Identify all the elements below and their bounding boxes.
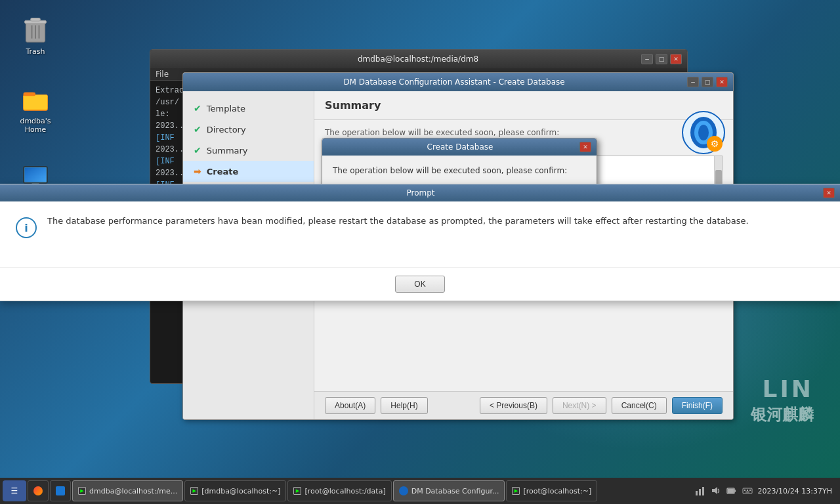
start-button[interactable]: ☰ [3, 480, 26, 501]
trash-icon [20, 13, 51, 45]
sidebar-item-directory[interactable]: ✔ Directory [183, 119, 314, 140]
dm-close-btn[interactable]: ✕ [716, 77, 728, 87]
terminal-minimize-btn[interactable]: − [641, 54, 653, 64]
tray-volume-icon[interactable] [710, 485, 722, 497]
about-button[interactable]: About(A) [325, 397, 375, 414]
svg-rect-32 [747, 490, 748, 491]
svg-rect-34 [746, 492, 749, 493]
create-db-title: Create Database [341, 142, 579, 152]
sidebar-item-template[interactable]: ✔ Template [183, 98, 314, 119]
taskbar-dm-config-btn[interactable]: DM Database Configur... [393, 480, 505, 501]
taskbar: ☰ ▶ dmdba@localhost:/me... ▶ [dmdba@loca… [0, 478, 840, 504]
dm-footer-left: About(A) Help(H) [325, 397, 428, 414]
desktop: Trash dmdba's Home [0, 0, 840, 504]
tray-keyboard-icon[interactable] [742, 485, 753, 497]
svg-rect-33 [749, 490, 751, 491]
tray-battery-icon[interactable] [726, 485, 738, 497]
taskbar-dm-config-label: DM Database Configur... [411, 487, 499, 495]
sidebar-item-summary[interactable]: ✔ Summary [183, 140, 314, 161]
terminal-titlebar: dmdba@localhost:/media/dm8 − □ ✕ [150, 50, 687, 68]
create-db-desc: The operation below will be executed soo… [333, 165, 586, 177]
dm-config-title: DM Database Configuration Assistant - Cr… [221, 77, 687, 87]
svg-rect-31 [744, 490, 746, 491]
svg-rect-9 [24, 93, 35, 96]
dm-config-controls: − □ ✕ [687, 77, 728, 87]
trash-icon-label: Trash [26, 47, 45, 56]
dm-minimize-btn[interactable]: − [687, 77, 699, 87]
tray-network-icon[interactable] [694, 485, 706, 497]
check-icon-directory: ✔ [194, 124, 201, 135]
svg-text:⚙: ⚙ [711, 138, 719, 149]
terminal-title: dmdba@localhost:/media/dm8 [195, 54, 641, 64]
svg-rect-24 [699, 489, 701, 495]
cancel-button[interactable]: Cancel(C) [612, 397, 667, 414]
svg-rect-28 [734, 490, 736, 492]
svg-point-18 [698, 125, 709, 140]
arrow-icon-create: ➡ [194, 166, 201, 177]
finish-button[interactable]: Finish(F) [672, 397, 723, 414]
taskbar-files-btn[interactable] [50, 480, 71, 501]
taskbar-terminal1-label: dmdba@localhost:/me... [89, 487, 177, 495]
svg-rect-14 [25, 167, 47, 182]
taskbar-firefox-btn[interactable] [28, 480, 49, 501]
prompt-title: Prompt [18, 188, 823, 198]
desktop-icon-home[interactable]: dmdba's Home [9, 79, 62, 138]
svg-rect-8 [24, 95, 48, 110]
watermark: LIN 银河麒麟 [751, 374, 814, 425]
dm-body-text: The operation below will be executed soo… [325, 128, 723, 137]
create-db-titlebar: Create Database ✕ [322, 138, 597, 156]
terminal-controls: − □ ✕ [641, 54, 682, 64]
taskbar-terminal2-btn[interactable]: ▶ [dmdba@localhost:~] [184, 480, 286, 501]
desktop-icon-trash[interactable]: Trash [9, 9, 62, 60]
prompt-dialog: Prompt ✕ i The database performance para… [0, 184, 840, 301]
next-button: Next(N) > [553, 397, 606, 414]
prompt-ok-btn[interactable]: OK [395, 276, 444, 293]
taskbar-tray: 2023/10/24 13:37YH [689, 485, 837, 497]
dm-header-area: Summary [314, 91, 733, 120]
terminal-menu-file[interactable]: File [156, 70, 169, 79]
prompt-titlebar: Prompt ✕ [0, 184, 840, 201]
taskbar-root1-label: [root@localhost:/data] [304, 487, 385, 495]
prompt-close-btn[interactable]: ✕ [823, 188, 835, 198]
taskbar-time: 2023/10/24 13:37YH [757, 487, 832, 495]
check-icon-summary: ✔ [194, 145, 201, 156]
sidebar-item-create[interactable]: ➡ Create [183, 161, 314, 182]
prompt-body: i The database performance parameters ha… [0, 201, 840, 267]
dm-maximize-btn[interactable]: □ [702, 77, 713, 87]
svg-marker-26 [712, 487, 717, 494]
check-icon-template: ✔ [194, 103, 201, 114]
dm-config-titlebar: DM Database Configuration Assistant - Cr… [183, 73, 733, 91]
svg-text:☰: ☰ [11, 486, 18, 495]
taskbar-root2-btn[interactable]: ▶ [root@localhost:~] [506, 480, 597, 501]
dm-footer-right: < Previous(B) Next(N) > Cancel(C) Finish… [480, 397, 723, 414]
taskbar-terminal2-label: [dmdba@localhost:~] [201, 487, 280, 495]
prompt-message: The database performance parameters hava… [47, 215, 824, 228]
previous-button[interactable]: < Previous(B) [480, 397, 547, 414]
watermark-line1: LIN [751, 374, 814, 405]
svg-rect-2 [31, 18, 41, 22]
dm-header-title: Summary [325, 99, 381, 112]
svg-rect-29 [728, 489, 734, 493]
taskbar-terminal1-btn[interactable]: ▶ dmdba@localhost:/me... [72, 480, 183, 501]
terminal-maximize-btn[interactable]: □ [656, 54, 667, 64]
help-button[interactable]: Help(H) [381, 397, 427, 414]
prompt-info-icon: i [16, 217, 37, 238]
watermark-line2: 银河麒麟 [751, 405, 814, 425]
home-folder-label: dmdba's Home [13, 117, 58, 134]
create-db-close-btn[interactable]: ✕ [579, 142, 591, 152]
taskbar-root2-label: [root@localhost:~] [523, 487, 591, 495]
svg-rect-25 [702, 487, 704, 495]
dm-footer: About(A) Help(H) < Previous(B) Next(N) >… [314, 391, 733, 419]
prompt-footer: OK [0, 267, 840, 301]
taskbar-root1-btn[interactable]: ▶ [root@localhost:/data] [287, 480, 391, 501]
terminal-close-btn[interactable]: ✕ [670, 54, 682, 64]
home-folder-icon [20, 83, 51, 114]
dm-logo: ⚙ [681, 110, 726, 156]
svg-rect-23 [696, 491, 698, 495]
